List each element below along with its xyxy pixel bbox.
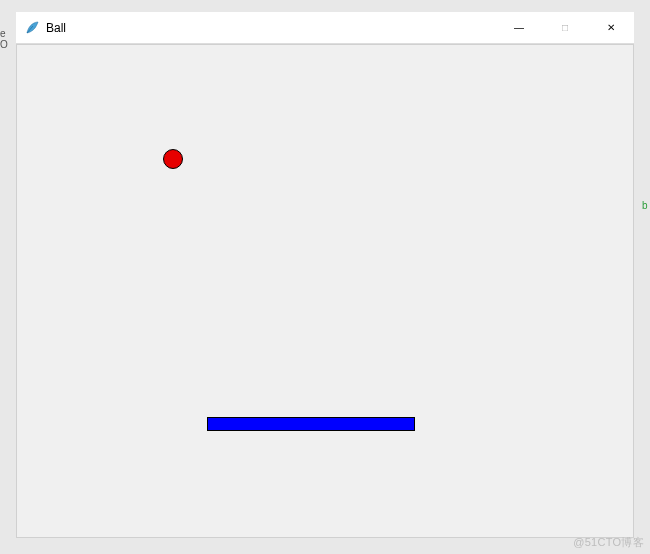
window-controls: — □ ✕ — [496, 12, 634, 43]
close-button[interactable]: ✕ — [588, 12, 634, 43]
maximize-button: □ — [542, 12, 588, 43]
feather-icon — [24, 20, 40, 36]
minimize-button[interactable]: — — [496, 12, 542, 43]
paddle[interactable] — [207, 417, 415, 431]
window-title: Ball — [46, 21, 496, 35]
ball — [163, 149, 183, 169]
background-code-fragment-right: b — [642, 200, 650, 211]
background-code-fragment-left: e O — [0, 28, 10, 50]
game-canvas[interactable] — [16, 44, 634, 538]
window-titlebar[interactable]: Ball — □ ✕ — [16, 12, 634, 44]
